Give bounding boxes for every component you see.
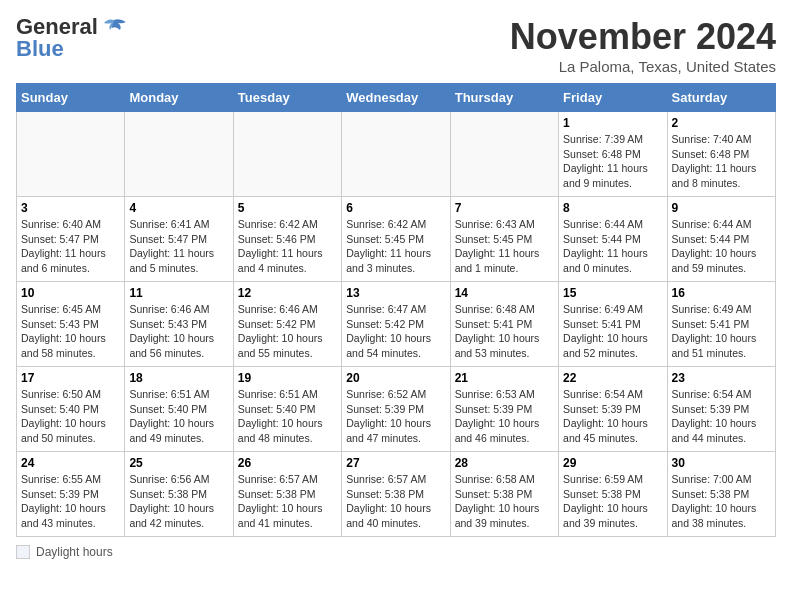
calendar-cell: 11Sunrise: 6:46 AM Sunset: 5:43 PM Dayli… xyxy=(125,282,233,367)
day-header-sunday: Sunday xyxy=(17,84,125,112)
calendar-cell: 5Sunrise: 6:42 AM Sunset: 5:46 PM Daylig… xyxy=(233,197,341,282)
day-number: 5 xyxy=(238,201,337,215)
calendar-cell xyxy=(17,112,125,197)
day-number: 8 xyxy=(563,201,662,215)
calendar-cell: 1Sunrise: 7:39 AM Sunset: 6:48 PM Daylig… xyxy=(559,112,667,197)
day-info: Sunrise: 6:48 AM Sunset: 5:41 PM Dayligh… xyxy=(455,302,554,361)
day-info: Sunrise: 6:59 AM Sunset: 5:38 PM Dayligh… xyxy=(563,472,662,531)
calendar-cell xyxy=(342,112,450,197)
day-info: Sunrise: 6:40 AM Sunset: 5:47 PM Dayligh… xyxy=(21,217,120,276)
day-info: Sunrise: 7:40 AM Sunset: 6:48 PM Dayligh… xyxy=(672,132,771,191)
day-number: 19 xyxy=(238,371,337,385)
calendar-cell: 9Sunrise: 6:44 AM Sunset: 5:44 PM Daylig… xyxy=(667,197,775,282)
calendar-table: SundayMondayTuesdayWednesdayThursdayFrid… xyxy=(16,83,776,537)
day-number: 14 xyxy=(455,286,554,300)
day-header-wednesday: Wednesday xyxy=(342,84,450,112)
day-header-saturday: Saturday xyxy=(667,84,775,112)
day-number: 15 xyxy=(563,286,662,300)
calendar-cell xyxy=(233,112,341,197)
calendar-cell: 27Sunrise: 6:57 AM Sunset: 5:38 PM Dayli… xyxy=(342,452,450,537)
logo-text: GeneralBlue xyxy=(16,16,98,60)
day-number: 2 xyxy=(672,116,771,130)
day-number: 3 xyxy=(21,201,120,215)
day-info: Sunrise: 7:39 AM Sunset: 6:48 PM Dayligh… xyxy=(563,132,662,191)
day-number: 17 xyxy=(21,371,120,385)
calendar-cell: 28Sunrise: 6:58 AM Sunset: 5:38 PM Dayli… xyxy=(450,452,558,537)
day-number: 11 xyxy=(129,286,228,300)
legend: Daylight hours xyxy=(16,545,776,559)
day-info: Sunrise: 6:42 AM Sunset: 5:46 PM Dayligh… xyxy=(238,217,337,276)
day-info: Sunrise: 6:44 AM Sunset: 5:44 PM Dayligh… xyxy=(563,217,662,276)
day-number: 25 xyxy=(129,456,228,470)
day-info: Sunrise: 7:00 AM Sunset: 5:38 PM Dayligh… xyxy=(672,472,771,531)
calendar-cell: 8Sunrise: 6:44 AM Sunset: 5:44 PM Daylig… xyxy=(559,197,667,282)
day-info: Sunrise: 6:54 AM Sunset: 5:39 PM Dayligh… xyxy=(672,387,771,446)
day-info: Sunrise: 6:49 AM Sunset: 5:41 PM Dayligh… xyxy=(563,302,662,361)
day-info: Sunrise: 6:42 AM Sunset: 5:45 PM Dayligh… xyxy=(346,217,445,276)
day-header-thursday: Thursday xyxy=(450,84,558,112)
day-number: 1 xyxy=(563,116,662,130)
calendar-cell: 3Sunrise: 6:40 AM Sunset: 5:47 PM Daylig… xyxy=(17,197,125,282)
day-info: Sunrise: 6:41 AM Sunset: 5:47 PM Dayligh… xyxy=(129,217,228,276)
day-info: Sunrise: 6:47 AM Sunset: 5:42 PM Dayligh… xyxy=(346,302,445,361)
day-number: 26 xyxy=(238,456,337,470)
calendar-cell: 17Sunrise: 6:50 AM Sunset: 5:40 PM Dayli… xyxy=(17,367,125,452)
day-info: Sunrise: 6:57 AM Sunset: 5:38 PM Dayligh… xyxy=(238,472,337,531)
calendar-cell: 20Sunrise: 6:52 AM Sunset: 5:39 PM Dayli… xyxy=(342,367,450,452)
calendar-cell: 12Sunrise: 6:46 AM Sunset: 5:42 PM Dayli… xyxy=(233,282,341,367)
calendar-cell: 16Sunrise: 6:49 AM Sunset: 5:41 PM Dayli… xyxy=(667,282,775,367)
calendar-cell: 30Sunrise: 7:00 AM Sunset: 5:38 PM Dayli… xyxy=(667,452,775,537)
logo-blue: Blue xyxy=(16,36,64,61)
logo: GeneralBlue xyxy=(16,16,128,60)
day-header-friday: Friday xyxy=(559,84,667,112)
day-header-tuesday: Tuesday xyxy=(233,84,341,112)
day-number: 24 xyxy=(21,456,120,470)
day-number: 13 xyxy=(346,286,445,300)
day-number: 18 xyxy=(129,371,228,385)
calendar-cell: 4Sunrise: 6:41 AM Sunset: 5:47 PM Daylig… xyxy=(125,197,233,282)
calendar-cell: 29Sunrise: 6:59 AM Sunset: 5:38 PM Dayli… xyxy=(559,452,667,537)
calendar-cell: 18Sunrise: 6:51 AM Sunset: 5:40 PM Dayli… xyxy=(125,367,233,452)
day-info: Sunrise: 6:56 AM Sunset: 5:38 PM Dayligh… xyxy=(129,472,228,531)
calendar-cell xyxy=(450,112,558,197)
day-number: 9 xyxy=(672,201,771,215)
day-info: Sunrise: 6:54 AM Sunset: 5:39 PM Dayligh… xyxy=(563,387,662,446)
day-number: 22 xyxy=(563,371,662,385)
month-title: November 2024 xyxy=(510,16,776,58)
day-info: Sunrise: 6:43 AM Sunset: 5:45 PM Dayligh… xyxy=(455,217,554,276)
calendar-cell: 2Sunrise: 7:40 AM Sunset: 6:48 PM Daylig… xyxy=(667,112,775,197)
day-info: Sunrise: 6:53 AM Sunset: 5:39 PM Dayligh… xyxy=(455,387,554,446)
day-number: 7 xyxy=(455,201,554,215)
calendar-cell: 21Sunrise: 6:53 AM Sunset: 5:39 PM Dayli… xyxy=(450,367,558,452)
day-info: Sunrise: 6:51 AM Sunset: 5:40 PM Dayligh… xyxy=(129,387,228,446)
day-header-monday: Monday xyxy=(125,84,233,112)
day-info: Sunrise: 6:52 AM Sunset: 5:39 PM Dayligh… xyxy=(346,387,445,446)
day-number: 16 xyxy=(672,286,771,300)
calendar-cell: 19Sunrise: 6:51 AM Sunset: 5:40 PM Dayli… xyxy=(233,367,341,452)
day-number: 29 xyxy=(563,456,662,470)
day-number: 6 xyxy=(346,201,445,215)
day-info: Sunrise: 6:55 AM Sunset: 5:39 PM Dayligh… xyxy=(21,472,120,531)
calendar-cell: 22Sunrise: 6:54 AM Sunset: 5:39 PM Dayli… xyxy=(559,367,667,452)
day-info: Sunrise: 6:44 AM Sunset: 5:44 PM Dayligh… xyxy=(672,217,771,276)
day-info: Sunrise: 6:57 AM Sunset: 5:38 PM Dayligh… xyxy=(346,472,445,531)
calendar-cell: 13Sunrise: 6:47 AM Sunset: 5:42 PM Dayli… xyxy=(342,282,450,367)
calendar-cell: 23Sunrise: 6:54 AM Sunset: 5:39 PM Dayli… xyxy=(667,367,775,452)
day-info: Sunrise: 6:46 AM Sunset: 5:42 PM Dayligh… xyxy=(238,302,337,361)
calendar-cell: 6Sunrise: 6:42 AM Sunset: 5:45 PM Daylig… xyxy=(342,197,450,282)
day-number: 23 xyxy=(672,371,771,385)
legend-box xyxy=(16,545,30,559)
day-number: 21 xyxy=(455,371,554,385)
day-info: Sunrise: 6:51 AM Sunset: 5:40 PM Dayligh… xyxy=(238,387,337,446)
calendar-cell: 26Sunrise: 6:57 AM Sunset: 5:38 PM Dayli… xyxy=(233,452,341,537)
day-info: Sunrise: 6:58 AM Sunset: 5:38 PM Dayligh… xyxy=(455,472,554,531)
calendar-cell: 10Sunrise: 6:45 AM Sunset: 5:43 PM Dayli… xyxy=(17,282,125,367)
title-block: November 2024 La Paloma, Texas, United S… xyxy=(510,16,776,75)
location-text: La Paloma, Texas, United States xyxy=(510,58,776,75)
day-number: 30 xyxy=(672,456,771,470)
calendar-cell xyxy=(125,112,233,197)
day-number: 12 xyxy=(238,286,337,300)
day-number: 4 xyxy=(129,201,228,215)
day-info: Sunrise: 6:46 AM Sunset: 5:43 PM Dayligh… xyxy=(129,302,228,361)
logo-bird-icon xyxy=(100,18,128,40)
